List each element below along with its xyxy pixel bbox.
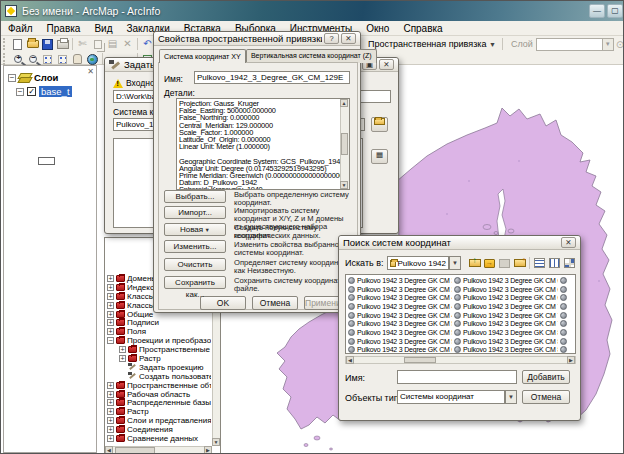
toolbox-tree-item[interactable]: −Проекции и преобразования	[107, 336, 211, 345]
tab-xy-coordinate-system[interactable]: Система координат XY	[159, 49, 246, 63]
collapse-icon[interactable]: −	[16, 88, 24, 96]
toolbox-tree-item[interactable]: +Подписи	[107, 318, 211, 327]
help-button[interactable]: ?	[324, 33, 339, 44]
file-item[interactable]: Pulkovo 1942 3 Degree GK CM 63E.prj	[454, 276, 558, 285]
cancel-button[interactable]: Отмена	[522, 390, 570, 404]
add-button[interactable]: Добавить	[522, 370, 570, 384]
expand-icon[interactable]: +	[107, 319, 114, 326]
file-item[interactable]	[560, 346, 576, 355]
toolbox-tree-item[interactable]: +Рабочая область	[107, 390, 211, 399]
toolbox-tree-item[interactable]: +Слои и представления	[107, 416, 211, 425]
file-item[interactable]: Pulkovo 1942 3 Degree GK CM 51E.prj	[348, 319, 452, 328]
expand-icon[interactable]: +	[119, 355, 126, 362]
toolbox-tree-item[interactable]: Создать пользовательскую	[107, 372, 211, 381]
file-item[interactable]	[560, 319, 576, 328]
file-item[interactable]: Pulkovo 1942 3 Degree GK CM 48E.prj	[348, 311, 452, 320]
scrollbar-thumb[interactable]	[341, 133, 348, 155]
close-button[interactable]: ✕	[341, 33, 356, 44]
chevron-down-icon[interactable]: ▼	[449, 256, 461, 270]
file-item[interactable]	[560, 285, 576, 294]
collapse-icon[interactable]: −	[107, 337, 114, 344]
expand-icon[interactable]: +	[107, 328, 114, 335]
fixed-zoom-out-icon[interactable]	[55, 52, 70, 66]
chevron-down-icon[interactable]: ▼	[505, 390, 517, 404]
expand-icon[interactable]: +	[107, 382, 114, 389]
file-item[interactable]: Pulkovo 1942 3 Degree GK CM 69E.prj	[454, 293, 558, 302]
toc-layer-row[interactable]: − ✓ base_t	[16, 86, 72, 97]
close-icon[interactable]: ✕	[87, 67, 94, 76]
file-item[interactable]: Pulkovo 1942 3 Degree GK CM 72E.prj	[454, 302, 558, 311]
ok-button[interactable]: OK	[200, 296, 246, 310]
menu-item-3[interactable]: Вид	[87, 22, 119, 35]
vertical-scrollbar[interactable]: ▲ ▼	[340, 99, 349, 189]
file-item[interactable]: Pulkovo 1942 3 Degree GK CM 54E.prj	[348, 328, 452, 337]
zoom-out-icon[interactable]: −	[25, 52, 40, 66]
toc-root-row[interactable]: − Слои	[8, 72, 58, 83]
menu-item-1[interactable]: Файл	[1, 22, 40, 35]
toc-layer-label[interactable]: base_t	[39, 86, 72, 97]
scroll-right-icon[interactable]: ▶	[204, 446, 212, 454]
выбрать-button[interactable]: Выбрать...	[164, 190, 226, 203]
toolbox-tree-item[interactable]: +Растр	[107, 354, 211, 363]
menu-item-2[interactable]: Правка	[40, 22, 88, 35]
cut-icon[interactable]: ✄	[75, 37, 90, 51]
file-item[interactable]	[560, 302, 576, 311]
file-item[interactable]: Pulkovo 1942 3 Degree GK CM 81E.prj	[454, 328, 558, 337]
name-input[interactable]	[397, 370, 517, 384]
dialog-titlebar[interactable]: Поиск систем координат ✕	[339, 236, 580, 250]
layer-symbol-swatch[interactable]	[38, 157, 55, 165]
file-item[interactable]	[560, 328, 576, 337]
expand-icon[interactable]: +	[107, 275, 114, 282]
save-icon[interactable]	[40, 37, 55, 51]
toolbox-tree-item[interactable]: +Пространственные объекты	[107, 381, 211, 390]
details-view-icon[interactable]	[547, 256, 562, 270]
file-item[interactable]: Pulkovo 1942 3 Degree GK CM 57E.prj	[348, 337, 452, 346]
close-button[interactable]: ✕	[379, 59, 394, 70]
expand-icon[interactable]: +	[107, 408, 114, 415]
file-list[interactable]: Pulkovo 1942 3 Degree GK CM 36E.prjPulko…	[345, 274, 576, 354]
scroll-left-icon[interactable]: ◀	[346, 356, 354, 364]
horizontal-scrollbar[interactable]: ◀ ▶	[345, 356, 576, 364]
new-folder-icon[interactable]	[512, 256, 527, 270]
scroll-down-icon[interactable]: ▼	[340, 181, 348, 189]
name-field[interactable]: Pulkovo_1942_3_Degree_GK_CM_129E	[194, 71, 350, 84]
fixed-zoom-in-icon[interactable]	[40, 52, 55, 66]
expand-icon[interactable]: +	[119, 346, 126, 353]
toolbox-tree-item[interactable]: +Растр	[107, 407, 211, 416]
look-in-combo[interactable]: Pulkovo 1942	[387, 256, 449, 270]
scroll-up-icon[interactable]: ▲	[340, 99, 348, 107]
toolbar-drag-handle[interactable]	[3, 53, 7, 65]
file-item[interactable]: Pulkovo 1942 3 Degree GK CM 39E.prj	[348, 285, 452, 294]
tab-z-coordinate-system[interactable]: Вертикальная система координат (Z)	[246, 49, 377, 63]
delete-icon[interactable]: ✕	[120, 37, 135, 51]
file-item[interactable]: Pulkovo 1942 3 Degree GK CM 78E.prj	[454, 319, 558, 328]
scroll-left-icon[interactable]: ◀	[105, 446, 113, 454]
collapse-icon[interactable]: −	[8, 74, 16, 82]
toolbox-tree-item[interactable]: +Соединения	[107, 425, 211, 434]
импорт-button[interactable]: Импорт...	[164, 206, 226, 219]
очистить-button[interactable]: Очистить	[164, 258, 226, 271]
close-button[interactable]: ✕	[561, 237, 576, 248]
toolbox-tree-item[interactable]: +Поля	[107, 327, 211, 336]
file-item[interactable]	[560, 311, 576, 320]
browse-folder-button[interactable]	[371, 117, 388, 132]
copy-icon[interactable]	[90, 37, 105, 51]
print-icon[interactable]	[55, 37, 70, 51]
scroll-right-icon[interactable]: ▶	[567, 356, 575, 364]
expand-icon[interactable]: +	[107, 391, 114, 398]
expand-icon[interactable]: +	[107, 311, 114, 318]
up-one-level-icon[interactable]	[467, 256, 482, 270]
file-item[interactable]: Pulkovo 1942 3 Degree GK CM 66E.prj	[454, 285, 558, 294]
scroll-down-icon[interactable]: ▼	[212, 438, 220, 446]
new-document-icon[interactable]	[10, 37, 25, 51]
properties-button[interactable]: ▦	[371, 149, 388, 164]
disconnect-folder-icon[interactable]	[497, 256, 512, 270]
georeferencing-menu-button[interactable]: Пространственная привязка ▼	[364, 38, 500, 50]
details-box[interactable]: Projection: Gauss_KrugerFalse_Easting: 5…	[176, 98, 350, 190]
horizontal-scrollbar[interactable]: ◀ ▶	[105, 446, 212, 454]
dialog-titlebar[interactable]: Свойства пространственной привязки ? ✕	[154, 32, 360, 46]
open-folder-icon[interactable]	[25, 37, 40, 51]
scrollbar-thumb[interactable]	[115, 447, 155, 454]
toolbox-tree-item[interactable]: Задать проекцию	[107, 363, 211, 372]
new-button[interactable]: Новая ▼	[164, 223, 226, 236]
